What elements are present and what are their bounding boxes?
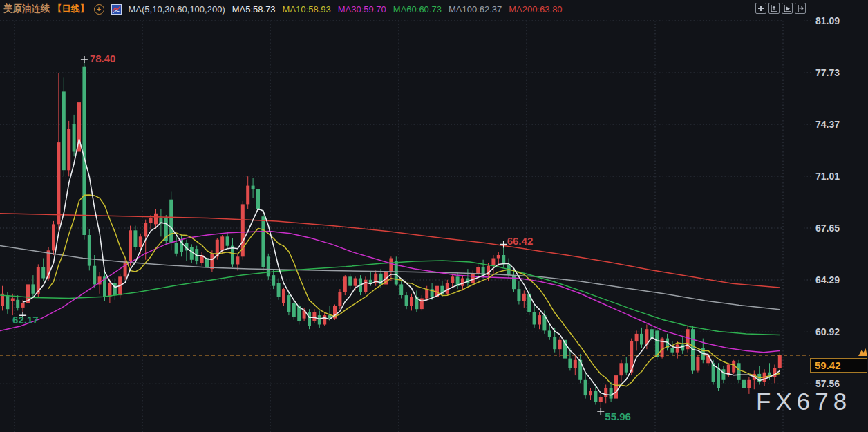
move-icon[interactable] [755, 3, 766, 14]
ma10-value: MA10:58.93 [283, 4, 331, 15]
current-price-tag: 59.42 [810, 358, 867, 373]
chart-type-icon[interactable] [111, 4, 122, 15]
y-axis-label: 81.09 [815, 15, 840, 26]
price-alert-icon[interactable] [858, 348, 868, 357]
ma30-value: MA30:59.70 [338, 4, 386, 15]
ma30-line [0, 231, 780, 352]
add-icon[interactable]: + [94, 4, 104, 15]
y-axis-label: 67.65 [815, 223, 840, 234]
chart-header: 美原油连续 【日线】 + MA(5,10,30,60,100,200) MA5:… [0, 0, 563, 18]
symbol-name: 美原油连续 [3, 3, 50, 15]
price-annotation: 78.40 [90, 53, 116, 64]
y-axis-label: 64.29 [815, 274, 840, 285]
price-annotation: 66.42 [507, 235, 534, 247]
ma100-value: MA100:62.37 [449, 4, 502, 15]
ma60-value: MA60:60.73 [393, 4, 442, 15]
y-axis-label: 77.73 [815, 67, 840, 78]
price-annotation: 55.96 [605, 411, 631, 422]
y-axis-label: 74.37 [815, 119, 840, 130]
watermark: FX678 [756, 388, 851, 415]
extreme-marker-cross [81, 56, 88, 63]
chart-canvas[interactable]: 81.0977.7374.3771.0167.6564.2960.9257.56… [0, 0, 868, 432]
ma5-line [23, 139, 780, 395]
chart-toolbar [755, 3, 806, 14]
play-forward-icon[interactable] [782, 3, 793, 14]
ma200-line [0, 214, 780, 288]
timeframe-label[interactable]: 【日线】 [53, 3, 89, 15]
chart-app: FX678 81.0977.7374.3771.0167.6564.2960.9… [0, 0, 868, 432]
jump-latest-icon[interactable] [795, 3, 806, 14]
extreme-marker-cross [500, 241, 507, 247]
ma-summary: MA(5,10,30,60,100,200) [129, 4, 225, 15]
ma100-line [0, 246, 780, 310]
current-price-value: 59.42 [815, 359, 841, 371]
ma10-line [48, 195, 780, 386]
auto-scale-icon[interactable] [768, 3, 780, 14]
y-axis-label: 71.01 [815, 171, 840, 182]
price-annotation: 62.17 [12, 314, 39, 326]
extreme-marker-cross [597, 408, 604, 415]
ma5-value: MA5:58.73 [232, 4, 276, 15]
ma200-value: MA200:63.80 [509, 4, 562, 15]
y-axis-label: 60.92 [815, 326, 840, 337]
